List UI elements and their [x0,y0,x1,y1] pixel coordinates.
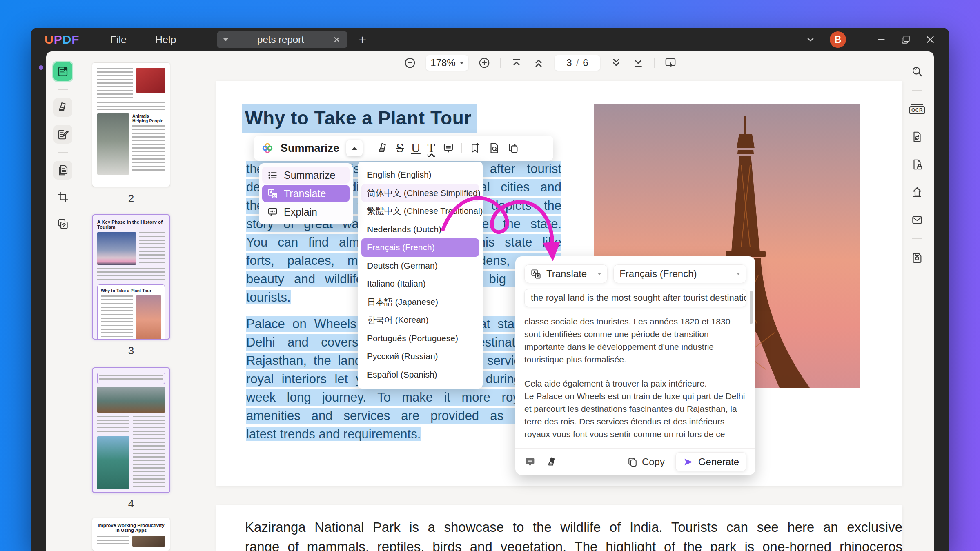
protect-button[interactable] [908,155,927,174]
target-language-value: Français (French) [619,268,697,280]
reader-icon [57,65,69,78]
source-text-field[interactable]: the royal land is the most sought after … [524,289,746,307]
thumbnail-photo-canyon [97,436,129,489]
share-button[interactable] [908,183,927,202]
translate-mode-dropdown[interactable]: Translate [524,264,608,283]
menu-item-translate[interactable]: Translate [262,185,350,202]
language-option-italian[interactable]: Italiano (Italian) [361,275,479,293]
last-page-icon[interactable] [632,57,644,69]
search-document-icon[interactable] [488,142,500,154]
highlight-icon[interactable] [377,142,389,154]
language-option-korean[interactable]: 한국어 (Korean) [361,311,479,329]
presentation-icon[interactable] [664,57,677,69]
document-heading: Why to Take a Plant Tour [242,104,477,133]
selection-toolbar: Summarize S U T [254,136,553,161]
menu-help[interactable]: Help [149,31,182,48]
copy-icon [627,456,638,468]
new-tab-button[interactable]: + [358,33,366,47]
organize-pages-button[interactable] [53,161,72,180]
pdf-page-4[interactable]: Kaziranga National Park is a showcase to… [216,505,902,551]
comment-icon[interactable] [524,456,536,468]
menu-file[interactable]: File [105,31,132,48]
language-option-spanish[interactable]: Español (Spanish) [361,366,479,384]
save-icon [911,251,923,264]
divider [461,143,462,153]
bookmark-add-icon[interactable] [469,142,481,154]
email-button[interactable] [908,211,927,229]
convert-button[interactable] [908,127,927,146]
menu-item-explain[interactable]: Explain [262,203,350,220]
edit-pdf-button[interactable] [53,125,72,144]
crop-button[interactable] [53,188,72,207]
reader-mode-button[interactable] [53,62,72,81]
language-option-chinese-traditional[interactable]: 繁體中文 (Chinese Traditional) [361,202,479,220]
thumbnail-text-placeholder [97,68,133,100]
language-option-russian[interactable]: Русский (Russian) [361,347,479,366]
menu-item-summarize[interactable]: Summarize [262,167,350,184]
strikethrough-icon[interactable]: S [396,142,404,155]
search-button[interactable] [908,62,927,81]
generate-button[interactable]: Generate [675,452,746,471]
page-number-box[interactable]: 3 / 6 [555,55,600,71]
ocr-button[interactable]: OCR [908,100,927,118]
email-icon [911,214,923,226]
comment-icon[interactable] [442,142,454,154]
language-option-german[interactable]: Deutsch (German) [361,257,479,275]
extract-pages-button[interactable] [53,215,72,233]
ai-action-expand-button[interactable] [346,140,363,156]
panel-scrollbar[interactable] [750,291,753,324]
tab-dropdown-icon[interactable] [223,38,228,41]
thumbnail-page-3[interactable]: A Key Phase in the History of Tourism Wh… [92,214,170,340]
thumbnail-page-5[interactable]: Improve Working Productivity in Using Ap… [92,518,170,551]
divider [912,90,922,91]
language-option-french[interactable]: Français (French) [361,238,479,257]
underline-icon[interactable]: U [411,142,421,155]
avatar[interactable]: B [830,31,846,48]
thumbnail-heading: Animals Helping People [132,113,165,123]
ai-action-label[interactable]: Summarize [281,142,339,155]
target-language-dropdown[interactable]: Français (French) [613,264,746,283]
thumbnail-page-number: 4 [92,498,170,510]
zoom-out-icon[interactable] [404,57,416,69]
first-page-icon[interactable] [510,57,523,69]
minimize-icon[interactable] [876,34,886,45]
tab-title: pets report [228,34,333,45]
language-option-portuguese[interactable]: Português (Portuguese) [361,329,479,348]
chevron-down-icon[interactable] [805,34,816,45]
zoom-in-icon[interactable] [478,57,490,69]
total-pages: 6 [583,57,588,69]
language-option-chinese-simplified[interactable]: 简体中文 (Chinese Simplified) [361,184,479,202]
workspace: 178% 3 / 6 [46,51,934,551]
restore-icon[interactable] [900,34,911,45]
menu-item-label: Translate [284,188,326,200]
divider [58,89,68,90]
language-option-dutch[interactable]: Nederlands (Dutch) [361,220,479,239]
view-toolbar: 178% 3 / 6 [404,51,677,74]
snapshot-button[interactable] [908,248,927,267]
document-tab[interactable]: pets report [217,31,347,48]
next-page-icon[interactable] [610,57,622,69]
copy-icon[interactable] [507,142,519,154]
left-tool-rail [46,51,80,551]
logo-letter: D [62,33,72,46]
copy-button[interactable]: Copy [627,456,665,468]
thumbnail-page-4[interactable] [92,367,170,493]
language-option-japanese[interactable]: 日本語 (Japanese) [361,293,479,311]
squiggly-underline-icon[interactable]: T [428,142,435,155]
annotate-button[interactable] [53,98,72,117]
divider [92,35,92,44]
previous-page-icon[interactable] [532,57,545,69]
tab-close-icon[interactable] [333,36,341,44]
close-icon[interactable] [925,34,935,45]
translation-result[interactable]: classe sociale des touristes. Les années… [524,315,746,438]
highlighter-icon[interactable] [546,456,558,468]
language-option-english[interactable]: English (English) [361,166,479,184]
highlighted-line: amenities and services are provided as p… [246,408,561,424]
zoom-level-dropdown[interactable]: 178% [426,55,468,71]
ai-assistant-icon [261,142,274,154]
thumbnail-text-placeholder [97,102,165,110]
highlighter-icon [57,101,69,113]
thumbnail-page-2[interactable]: Animals Helping People [92,62,170,187]
thumbnail-text-placeholder [97,536,129,547]
notification-dot [39,65,43,70]
